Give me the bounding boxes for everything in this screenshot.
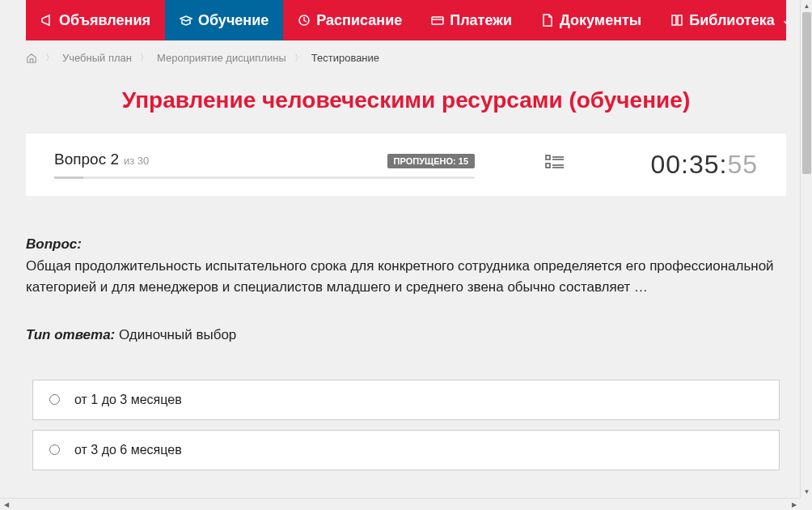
question-section: Вопрос: Общая продолжительность испытате… (26, 196, 786, 496)
document-icon (541, 14, 554, 27)
svg-rect-2 (546, 155, 550, 159)
scrollbar-corner (800, 498, 812, 510)
nav-library[interactable]: Библиотека ⌄ (656, 0, 805, 40)
answer-option[interactable]: от 1 до 3 месяцев (32, 380, 780, 420)
nav-label: Библиотека (689, 12, 775, 29)
card-icon (431, 14, 444, 27)
chevron-right-icon: 〉 (45, 52, 54, 64)
scroll-down-arrow[interactable]: ▼ (801, 486, 812, 498)
svg-rect-3 (546, 164, 550, 168)
answers-list: от 1 до 3 месяцев от 3 до 6 месяцев (26, 380, 786, 470)
answer-radio[interactable] (49, 394, 60, 405)
main-navbar: Объявления Обучение Расписание Платежи Д… (26, 0, 786, 40)
nav-label: Документы (560, 12, 641, 29)
question-label: Вопрос: (26, 236, 786, 253)
question-total: из 30 (124, 155, 149, 167)
breadcrumb: 〉 Учебный план 〉 Мероприятие дисциплины … (26, 40, 786, 75)
question-text: Общая продолжительность испытательного с… (26, 256, 786, 299)
chevron-down-icon: ⌄ (782, 15, 790, 26)
horizontal-scrollbar[interactable]: ◀ ▶ (0, 498, 800, 510)
nav-documents[interactable]: Документы (527, 0, 656, 40)
nav-announcements[interactable]: Объявления (26, 0, 165, 40)
timer-seconds: 55 (727, 150, 758, 179)
answer-text: от 1 до 3 месяцев (74, 393, 182, 407)
question-list-icon[interactable] (543, 154, 566, 176)
chevron-right-icon: 〉 (140, 52, 149, 64)
megaphone-icon (40, 14, 53, 27)
vertical-scrollbar[interactable]: ▲ ▼ (800, 0, 812, 498)
page-title: Управление человеческими ресурсами (обуч… (26, 87, 786, 113)
answer-type-label: Тип ответа: (26, 327, 115, 342)
scroll-thumb[interactable] (802, 12, 811, 174)
question-number: Вопрос 2 (54, 151, 119, 168)
scroll-up-arrow[interactable]: ▲ (801, 0, 812, 12)
home-icon[interactable] (26, 53, 37, 64)
progress-panel: Вопрос 2 из 30 ПРОПУЩЕНО: 15 00:35:55 (26, 134, 786, 196)
answer-option[interactable]: от 3 до 6 месяцев (32, 430, 780, 470)
clock-icon (298, 14, 311, 27)
answer-text: от 3 до 6 месяцев (74, 443, 182, 457)
timer: 00:35:55 (650, 150, 758, 180)
book-icon (670, 14, 683, 27)
graduation-icon (180, 14, 192, 27)
timer-main: 00:35: (650, 150, 727, 179)
nav-payments[interactable]: Платежи (417, 0, 527, 40)
scroll-right-arrow[interactable]: ▶ (788, 499, 800, 510)
nav-label: Расписание (316, 12, 402, 29)
nav-schedule[interactable]: Расписание (283, 0, 417, 40)
progress-fill (54, 176, 83, 179)
chevron-right-icon: 〉 (294, 52, 303, 64)
scroll-left-arrow[interactable]: ◀ (0, 499, 12, 510)
nav-label: Платежи (450, 12, 512, 29)
progress-track (54, 176, 475, 179)
answer-type-row: Тип ответа: Одиночный выбор (26, 327, 786, 343)
skipped-badge: ПРОПУЩЕНО: 15 (387, 154, 475, 168)
nav-education[interactable]: Обучение (165, 0, 283, 40)
answer-radio[interactable] (49, 444, 60, 455)
breadcrumb-discipline-event[interactable]: Мероприятие дисциплины (157, 52, 286, 64)
answer-type-value: Одиночный выбор (119, 327, 236, 342)
nav-label: Объявления (59, 12, 150, 29)
svg-rect-1 (432, 17, 443, 24)
breadcrumb-curriculum[interactable]: Учебный план (62, 52, 132, 64)
nav-label: Обучение (198, 12, 269, 29)
breadcrumb-testing: Тестирование (311, 52, 379, 64)
